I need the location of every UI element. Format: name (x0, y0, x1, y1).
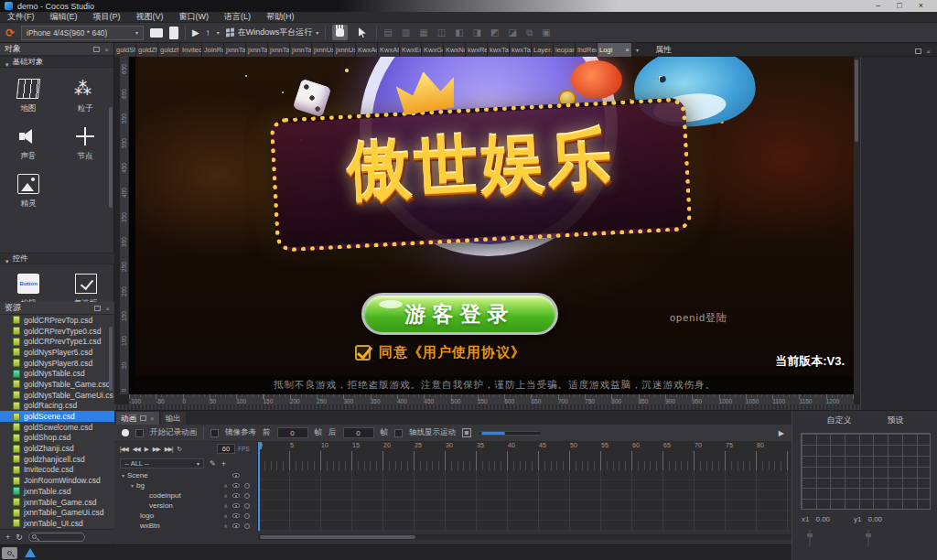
basic-objects-section-header[interactable]: 基础对象 (0, 56, 113, 68)
menu-item[interactable]: 视图(V) (136, 11, 164, 23)
visibility-icon[interactable] (232, 523, 240, 528)
align-tool-icon[interactable]: ◧ (455, 27, 463, 38)
tab-custom-curve[interactable]: 自定义 (827, 415, 852, 426)
file-list-item[interactable]: goldShop.csd (0, 433, 114, 444)
reload-icon[interactable]: ⟳ (5, 27, 15, 38)
minimize-button[interactable]: – (876, 0, 880, 12)
timeline-tree-row[interactable]: ▾ logo (114, 511, 257, 521)
file-list-item[interactable]: goldCRPrevTop.csd (0, 315, 114, 326)
document-tab[interactable]: Layer.c (532, 43, 554, 57)
menu-item[interactable]: 窗口(W) (179, 11, 210, 23)
document-tab[interactable]: jxnnUs: (312, 43, 334, 57)
align-tool-icon[interactable]: ◨ (473, 27, 481, 38)
resources-scrollbar[interactable] (109, 327, 113, 391)
close-icon[interactable] (150, 415, 155, 422)
file-list-item[interactable]: goldScene.csd (0, 411, 114, 422)
object-palette-item[interactable]: 声音 (0, 121, 57, 168)
tab-output[interactable]: 输出 (161, 412, 186, 425)
select-tool-button[interactable] (354, 25, 370, 40)
tab-overflow-icon[interactable]: ▾ (636, 47, 639, 53)
file-list-item[interactable]: goldNysTable_Game.csd (0, 379, 114, 390)
x1-slider[interactable] (809, 530, 811, 546)
align-tool-icon[interactable]: ▣ (542, 27, 550, 38)
portrait-orientation-button[interactable] (169, 27, 178, 39)
float-panel-icon[interactable] (94, 306, 101, 311)
object-palette-item[interactable]: 节点 (57, 121, 113, 168)
playback-button[interactable]: ↻ (177, 446, 180, 453)
align-tool-icon[interactable]: ◫ (437, 27, 446, 38)
menu-item[interactable]: 项目(P) (93, 11, 121, 23)
frame-tracks-grid[interactable] (258, 470, 792, 531)
agreement-checkbox[interactable] (355, 345, 371, 361)
document-tab[interactable]: goldZh: (136, 43, 158, 57)
document-tab[interactable]: kwxRep (466, 43, 488, 57)
lock-icon[interactable] (244, 523, 250, 529)
align-tool-icon[interactable]: ◪ (508, 27, 516, 38)
align-tool-icon[interactable]: ◩ (490, 27, 499, 38)
float-panel-icon[interactable] (915, 48, 921, 54)
timeline-tree-row[interactable]: ▾ bg (114, 480, 257, 490)
file-list-item[interactable]: goldNysTable.csd (0, 368, 114, 379)
chevron-down-icon[interactable]: ▾ (131, 482, 134, 489)
file-list-item[interactable]: goldRacing.csd (0, 401, 114, 412)
track-filter-select[interactable]: -- ALL -- ▾ (120, 458, 204, 468)
close-icon[interactable] (104, 45, 109, 53)
document-tab[interactable]: jxnnTal (268, 43, 290, 57)
collapse-track-icon[interactable] (224, 481, 228, 490)
openid-login-label[interactable]: openid登陆 (670, 311, 727, 325)
landscape-orientation-button[interactable] (150, 28, 163, 38)
tab-preset-curve[interactable]: 预设 (888, 415, 904, 426)
document-tab[interactable]: KwxNo: (444, 43, 466, 57)
publish-icon[interactable]: ↑ (206, 28, 210, 38)
document-tab[interactable]: JoinRo: (202, 43, 224, 57)
timeline-horizontal-scrollbar[interactable] (258, 534, 792, 540)
file-list-item[interactable]: jxnnTable.csd (0, 486, 114, 497)
visibility-icon[interactable] (232, 473, 240, 478)
edit-icon[interactable]: ✎ (210, 459, 216, 468)
document-tab[interactable]: leopard (554, 43, 576, 57)
document-tab[interactable]: KwxAll: (378, 43, 400, 57)
device-select[interactable]: iPhone 4/4S(960 * 640) ▾ (21, 26, 144, 40)
timeline-tree-row[interactable]: ▾ wxBtn (114, 521, 257, 531)
close-button[interactable]: × (919, 0, 923, 12)
timeline-tree-row[interactable]: ▾ codeinput (114, 490, 257, 501)
object-palette-item[interactable]: 地图 (0, 73, 57, 121)
playhead[interactable] (258, 442, 260, 531)
document-tab[interactable]: KwxEn: (400, 43, 422, 57)
file-list-item[interactable]: jxnnTable_Game.csd (0, 497, 114, 508)
file-list-item[interactable]: goldNysTable_GameUi.cs (0, 390, 114, 401)
close-icon[interactable] (105, 304, 110, 312)
align-tool-icon[interactable]: ▤ (383, 27, 392, 38)
playback-button[interactable]: ◀◀ (133, 446, 140, 453)
document-tab[interactable]: kwxTab (488, 43, 510, 57)
document-tab[interactable]: jxnnUs: (334, 43, 356, 57)
playback-button[interactable]: ▶▶| (165, 446, 173, 453)
menu-item[interactable]: 帮助(H) (266, 11, 295, 23)
controls-section-header[interactable]: 控件 (0, 253, 114, 264)
guest-login-button[interactable]: 游客登录 (361, 293, 558, 335)
add-resource-button[interactable]: + (5, 533, 10, 542)
document-tab[interactable]: KwxGo: (422, 43, 444, 57)
timeline-tree-row[interactable]: ▾ version (114, 501, 257, 511)
visibility-icon[interactable] (232, 513, 240, 518)
before-frames-input[interactable]: 0 (277, 427, 308, 438)
document-tab[interactable]: goldSh: (114, 43, 136, 57)
document-tab[interactable]: lhdRec (576, 43, 598, 57)
tab-animation[interactable]: 动画 (116, 412, 159, 425)
float-panel-icon[interactable] (93, 47, 100, 52)
visibility-icon[interactable] (232, 483, 240, 488)
y1-slider[interactable] (867, 530, 869, 546)
mirror-reference-checkbox[interactable] (210, 429, 219, 437)
align-tool-icon[interactable]: ⧉ (526, 27, 533, 38)
chevron-down-icon[interactable]: ▾ (122, 472, 124, 479)
document-tab[interactable]: Invitec: (180, 43, 202, 57)
file-list-item[interactable]: goldZhanji.csd (0, 443, 114, 454)
chevron-down-icon[interactable]: ▾ (217, 29, 220, 36)
float-panel-icon[interactable] (140, 415, 146, 421)
timeline-zoom-slider[interactable] (478, 431, 542, 436)
collapse-track-icon[interactable] (224, 522, 228, 530)
objects-scrollbar[interactable] (109, 107, 113, 208)
file-list-item[interactable]: goldCRPrevType1.csd (0, 336, 114, 347)
axis-display-checkbox[interactable] (394, 429, 403, 437)
close-icon[interactable] (926, 47, 931, 55)
